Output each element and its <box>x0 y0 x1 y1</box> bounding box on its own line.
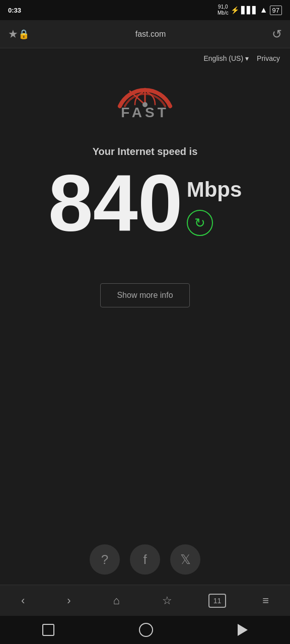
speed-value: 840 <box>48 163 183 243</box>
lock-icon: 🔒 <box>18 29 29 40</box>
twitter-icon-button[interactable]: 𝕏 <box>170 544 200 575</box>
speed-refresh-button[interactable]: ↻ <box>187 210 213 236</box>
refresh-icon: ↻ <box>194 215 205 231</box>
android-nav-bar <box>0 616 290 644</box>
browser-bookmark-button[interactable]: ☆ <box>156 590 178 611</box>
browser-nav-bar: ‹ › ⌂ ☆ 11 ≡ <box>0 585 290 616</box>
page-content: English (US) ▾ Privacy FAST Your Interne… <box>0 48 290 585</box>
social-icons-area: ? f 𝕏 <box>90 544 200 575</box>
language-selector[interactable]: English (US) ▾ <box>204 54 249 62</box>
dropdown-icon: ▾ <box>245 54 249 62</box>
unit-refresh-area: Mbps ↻ <box>187 178 242 236</box>
privacy-link[interactable]: Privacy <box>257 54 280 62</box>
browser-home-button[interactable]: ⌂ <box>107 590 126 611</box>
speedometer-icon <box>115 73 175 109</box>
bluetooth-icon: ⚡ <box>231 6 239 14</box>
facebook-icon-button[interactable]: f <box>130 544 160 575</box>
speed-label: Your Internet speed is <box>93 146 198 157</box>
url-text: fast.com <box>135 30 166 39</box>
help-icon: ? <box>101 552 108 568</box>
show-more-info-button[interactable]: Show more info <box>100 283 189 307</box>
url-bar[interactable]: fast.com <box>29 30 272 39</box>
language-privacy-bar: English (US) ▾ Privacy <box>0 48 290 68</box>
android-recents-button[interactable] <box>42 624 54 636</box>
speed-unit: Mbps <box>187 178 242 202</box>
browser-back-button[interactable]: ‹ <box>15 590 31 611</box>
battery-indicator: 97 <box>270 6 282 15</box>
browser-menu-button[interactable]: ≡ <box>256 590 275 611</box>
android-home-button[interactable] <box>139 623 153 637</box>
favorite-icon[interactable]: ★ <box>8 28 18 41</box>
speed-display: 840 Mbps ↻ <box>48 163 242 243</box>
fast-logo: FAST <box>115 73 175 121</box>
svg-point-1 <box>142 102 148 107</box>
help-icon-button[interactable]: ? <box>90 544 120 575</box>
wifi-icon: ▲ <box>260 6 268 15</box>
facebook-icon: f <box>143 552 147 568</box>
language-label: English (US) <box>204 54 244 62</box>
browser-refresh-icon[interactable]: ↺ <box>272 27 282 41</box>
status-icons: 91,0 Mb/c ⚡ ▋▋▋ ▲ 97 <box>218 4 282 16</box>
browser-tabs-button[interactable]: 11 <box>208 594 227 608</box>
data-speed-indicator: 91,0 Mb/c <box>218 4 229 16</box>
twitter-icon: 𝕏 <box>180 552 191 568</box>
browser-forward-button[interactable]: › <box>61 590 77 611</box>
android-back-button[interactable] <box>238 624 248 636</box>
status-bar: 0:33 91,0 Mb/c ⚡ ▋▋▋ ▲ 97 <box>0 0 290 20</box>
speed-section: Your Internet speed is 840 Mbps ↻ <box>48 146 242 243</box>
status-time: 0:33 <box>8 7 21 14</box>
browser-bar: ★ 🔒 fast.com ↺ <box>0 20 290 48</box>
signal-icon: ▋▋▋ <box>241 6 258 14</box>
